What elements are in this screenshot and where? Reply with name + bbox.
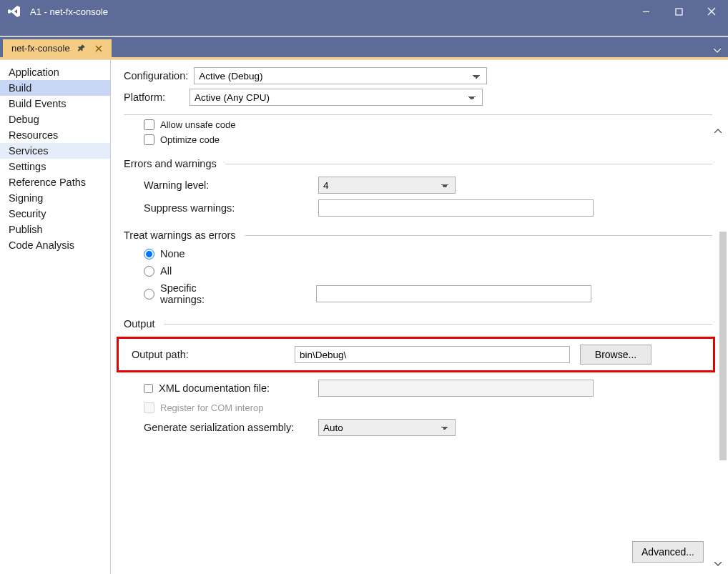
svg-line-3 (708, 8, 715, 15)
sidebar-item-services[interactable]: Services (0, 143, 110, 159)
document-tab-bar: net-fx-console (0, 37, 728, 57)
title-bar: A1 - net-fx-console (0, 0, 728, 23)
browse-button[interactable]: Browse... (580, 345, 651, 365)
errors-warnings-header: Errors and warnings (124, 158, 217, 169)
optimize-code-label: Optimize code (160, 134, 220, 145)
document-tab-label: net-fx-console (11, 43, 70, 54)
menu-strip (0, 23, 728, 37)
maximize-button[interactable] (662, 0, 695, 23)
sidebar-item-debug[interactable]: Debug (0, 112, 110, 127)
divider (124, 114, 712, 115)
configuration-select[interactable]: Active (Debug) (194, 67, 487, 84)
tab-overflow-icon[interactable] (714, 49, 721, 57)
section-line (245, 235, 712, 236)
output-path-label: Output path: (132, 349, 295, 360)
pin-icon[interactable] (76, 43, 87, 54)
sidebar-item-security[interactable]: Security (0, 206, 110, 222)
platform-label: Platform: (124, 91, 165, 103)
register-com-checkbox (144, 402, 154, 413)
sidebar-item-application[interactable]: Application (0, 64, 110, 80)
treat-all-radio[interactable] (144, 266, 154, 277)
xml-doc-label: XML documentation file: (159, 382, 270, 394)
suppress-warnings-input[interactable] (318, 199, 594, 217)
suppress-warnings-label: Suppress warnings: (144, 202, 318, 214)
properties-sidebar: Application Build Build Events Debug Res… (0, 60, 111, 574)
treat-specific-label: Specific warnings: (160, 282, 243, 305)
output-path-input[interactable] (295, 346, 570, 363)
register-com-label: Register for COM interop (160, 402, 264, 413)
sidebar-item-settings[interactable]: Settings (0, 159, 110, 174)
treat-none-radio[interactable] (144, 249, 154, 259)
sidebar-item-code-analysis[interactable]: Code Analysis (0, 237, 110, 253)
xml-doc-checkbox[interactable] (144, 384, 153, 393)
svg-rect-1 (676, 9, 682, 15)
treat-all-label: All (160, 265, 172, 277)
scroll-up-icon[interactable] (712, 124, 724, 137)
build-settings-panel: Configuration: Active (Debug) Platform: … (111, 60, 728, 574)
treat-specific-radio[interactable] (144, 289, 154, 300)
xml-doc-input (318, 380, 594, 397)
sidebar-item-build-events[interactable]: Build Events (0, 96, 110, 112)
scrollbar-thumb[interactable] (719, 232, 727, 460)
svg-line-2 (708, 8, 715, 15)
visual-studio-logo-icon (4, 1, 24, 21)
minimize-button[interactable] (629, 0, 662, 23)
sidebar-item-build[interactable]: Build (0, 80, 110, 96)
warning-level-label: Warning level: (144, 179, 318, 191)
advanced-button[interactable]: Advanced... (632, 541, 704, 563)
optimize-code-checkbox[interactable] (144, 134, 154, 145)
treat-specific-input (316, 285, 591, 302)
document-tab[interactable]: net-fx-console (3, 39, 112, 57)
close-tab-icon[interactable] (93, 43, 104, 54)
output-header: Output (124, 318, 155, 330)
allow-unsafe-label: Allow unsafe code (160, 119, 236, 130)
sidebar-item-signing[interactable]: Signing (0, 190, 110, 206)
close-button[interactable] (695, 0, 728, 23)
sidebar-item-resources[interactable]: Resources (0, 127, 110, 143)
sidebar-item-publish[interactable]: Publish (0, 222, 110, 237)
content-area: Application Build Build Events Debug Res… (0, 59, 728, 574)
gen-serialization-label: Generate serialization assembly: (144, 422, 318, 433)
allow-unsafe-checkbox[interactable] (144, 119, 154, 130)
output-path-highlight: Output path: Browse... (117, 337, 715, 372)
sidebar-item-reference-paths[interactable]: Reference Paths (0, 174, 110, 190)
window-title: A1 - net-fx-console (30, 6, 629, 17)
treat-warnings-header: Treat warnings as errors (124, 229, 236, 241)
treat-none-label: None (160, 248, 185, 259)
section-line (225, 164, 712, 164)
gen-serialization-select[interactable]: Auto (318, 419, 456, 436)
configuration-label: Configuration: (124, 70, 188, 81)
platform-select[interactable]: Active (Any CPU) (190, 89, 483, 106)
section-line (164, 324, 712, 325)
warning-level-select[interactable]: 4 (318, 177, 456, 194)
scroll-down-icon[interactable] (712, 558, 724, 570)
